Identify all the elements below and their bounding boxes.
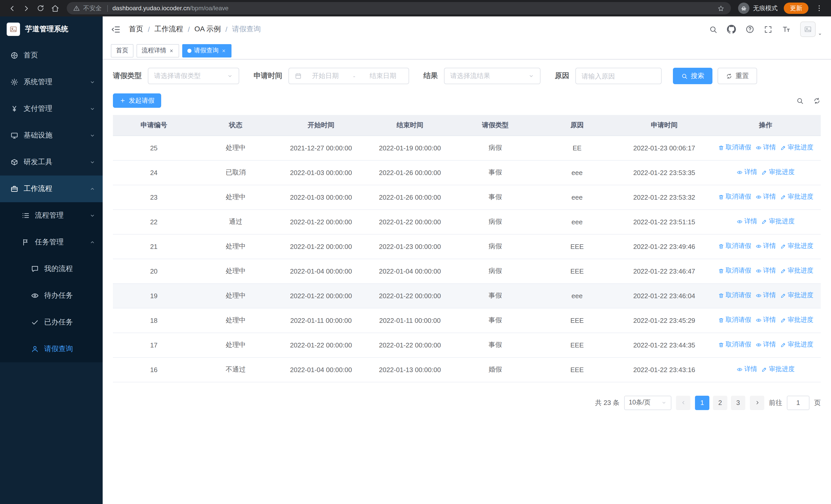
goto-page-input[interactable] xyxy=(787,395,809,410)
tab-leave-query[interactable]: 请假查询 xyxy=(182,44,231,57)
sidebar-item-home[interactable]: 首页 xyxy=(0,42,103,69)
detail-link[interactable]: 详情 xyxy=(737,168,757,177)
result-placeholder: 请选择流结果 xyxy=(450,71,524,81)
sidebar-item-my-processes[interactable]: 我的流程 xyxy=(0,256,103,282)
sidebar-item-todo-tasks[interactable]: 待办任务 xyxy=(0,282,103,309)
next-page-button[interactable] xyxy=(750,395,764,410)
progress-link[interactable]: 审批进度 xyxy=(780,316,813,325)
detail-link[interactable]: 详情 xyxy=(755,316,776,325)
detail-link[interactable]: 详情 xyxy=(755,291,776,300)
result-select[interactable]: 请选择流结果 xyxy=(444,68,541,84)
page-size-select[interactable]: 10条/页 xyxy=(624,395,671,410)
help-icon-wrap[interactable] xyxy=(745,25,754,34)
detail-link[interactable]: 详情 xyxy=(755,340,776,349)
search-button[interactable]: 搜索 xyxy=(673,68,712,84)
cancel-leave-link[interactable]: 取消请假 xyxy=(718,316,751,325)
sidebar-collapse-button[interactable] xyxy=(111,24,121,34)
cancel-leave-link[interactable]: 取消请假 xyxy=(718,291,751,300)
url-host: dashboard.yudao.iocoder.cn xyxy=(112,5,190,12)
cancel-leave-link[interactable]: 取消请假 xyxy=(718,144,751,152)
apply-time: 2022-01-22 23:43:16 xyxy=(618,357,710,382)
sidebar-item-process-management[interactable]: 流程管理 xyxy=(0,202,103,229)
cancel-leave-label: 取消请假 xyxy=(725,316,751,325)
detail-link[interactable]: 详情 xyxy=(755,193,776,202)
address-bar[interactable]: 不安全 dashboard.yudao.iocoder.cn/bpm/oa/le… xyxy=(67,2,731,14)
create-leave-button[interactable]: 发起请假 xyxy=(113,93,161,108)
table-row: 17处理中2022-01-22 00:00:002022-01-22 00:00… xyxy=(113,333,821,357)
tag-view-bar: 首页流程详情请假查询 xyxy=(103,42,831,60)
start-date-placeholder: 开始日期 xyxy=(306,71,345,81)
cancel-leave-link[interactable]: 取消请假 xyxy=(718,340,751,349)
browser-menu-button[interactable] xyxy=(812,2,826,15)
tab-process-detail[interactable]: 流程详情 xyxy=(137,44,179,57)
progress-link[interactable]: 审批进度 xyxy=(780,340,813,349)
detail-label: 详情 xyxy=(763,242,776,251)
progress-link[interactable]: 审批进度 xyxy=(780,267,813,275)
reset-button[interactable]: 重置 xyxy=(718,68,757,84)
progress-link[interactable]: 审批进度 xyxy=(761,365,795,374)
progress-link[interactable]: 审批进度 xyxy=(780,242,813,251)
page-button-1[interactable]: 1 xyxy=(695,395,709,410)
sidebar-item-done-tasks[interactable]: 已办任务 xyxy=(0,309,103,336)
chevron-down-icon xyxy=(89,106,95,112)
page-button-3[interactable]: 3 xyxy=(731,395,745,410)
eye-icon xyxy=(31,292,39,300)
detail-link[interactable]: 详情 xyxy=(755,242,776,251)
browser-forward-button[interactable] xyxy=(20,2,33,15)
detail-link[interactable]: 详情 xyxy=(755,144,776,152)
list-icon xyxy=(22,211,30,220)
progress-link[interactable]: 审批进度 xyxy=(780,291,813,300)
detail-link[interactable]: 详情 xyxy=(737,217,757,226)
leave-type-select[interactable]: 请选择请假类型 xyxy=(148,68,239,84)
update-button[interactable]: 更新 xyxy=(784,3,808,14)
browser-reload-button[interactable] xyxy=(34,2,47,15)
incognito-icon-wrap xyxy=(738,3,749,14)
fullscreen-icon-wrap[interactable] xyxy=(764,25,773,34)
search-icon-wrap[interactable] xyxy=(709,25,718,34)
sidebar-item-task-management[interactable]: 任务管理 xyxy=(0,229,103,256)
sidebar-item-leave-query[interactable]: 请假查询 xyxy=(0,336,103,362)
detail-link[interactable]: 详情 xyxy=(755,267,776,275)
cancel-leave-link[interactable]: 取消请假 xyxy=(718,193,751,202)
breadcrumb-item[interactable]: OA 示例 xyxy=(195,25,221,34)
application-id: 19 xyxy=(113,283,195,308)
progress-link[interactable]: 审批进度 xyxy=(780,144,813,152)
gear-icon xyxy=(10,78,19,86)
sidebar-item-payment-management[interactable]: 支付管理 xyxy=(0,95,103,122)
progress-link[interactable]: 审批进度 xyxy=(761,217,795,226)
sidebar-item-infrastructure[interactable]: 基础设施 xyxy=(0,122,103,149)
cancel-leave-link[interactable]: 取消请假 xyxy=(718,242,751,251)
bookmark-star-icon-wrap[interactable] xyxy=(717,4,725,12)
detail-link[interactable]: 详情 xyxy=(737,365,757,374)
total-count: 共 23 条 xyxy=(595,398,620,407)
sidebar-item-dev-tools[interactable]: 研发工具 xyxy=(0,149,103,176)
tab-home[interactable]: 首页 xyxy=(111,44,134,57)
application-id: 17 xyxy=(113,333,195,357)
browser-home-button[interactable] xyxy=(48,2,62,15)
refresh-table-icon-wrap[interactable] xyxy=(813,97,821,105)
breadcrumb-separator: / xyxy=(188,25,190,33)
search-button-label: 搜索 xyxy=(691,71,704,81)
breadcrumb-item[interactable]: 工作流程 xyxy=(154,25,183,34)
cancel-leave-link[interactable]: 取消请假 xyxy=(718,267,751,275)
progress-link[interactable]: 审批进度 xyxy=(780,193,813,202)
progress-link[interactable]: 审批进度 xyxy=(761,168,795,177)
chevron-down-icon-wrap xyxy=(817,31,823,37)
chevron-down-icon-wrap xyxy=(528,73,534,79)
filter-form: 请假类型 请选择请假类型 申请时间 开始日期 - 结束日期 xyxy=(113,68,821,84)
breadcrumb-item[interactable]: 首页 xyxy=(129,25,143,34)
page-button-2[interactable]: 2 xyxy=(713,395,727,410)
prev-page-button[interactable] xyxy=(676,395,690,410)
cancel-leave-label: 取消请假 xyxy=(725,291,751,300)
font-size-icon-wrap[interactable] xyxy=(782,25,791,34)
apply-time: 2022-01-22 23:53:35 xyxy=(618,160,710,185)
sidebar-item-workflow[interactable]: 工作流程 xyxy=(0,176,103,202)
toggle-search-icon-wrap[interactable] xyxy=(796,97,804,105)
sidebar-item-system-management[interactable]: 系统管理 xyxy=(0,69,103,95)
browser-back-button[interactable] xyxy=(5,2,19,15)
user-avatar-dropdown[interactable] xyxy=(800,22,823,37)
reason: EEE xyxy=(536,357,618,382)
apply-time-range-picker[interactable]: 开始日期 - 结束日期 xyxy=(288,68,409,84)
github-icon-wrap[interactable] xyxy=(727,25,736,34)
reason-input[interactable] xyxy=(575,68,662,84)
